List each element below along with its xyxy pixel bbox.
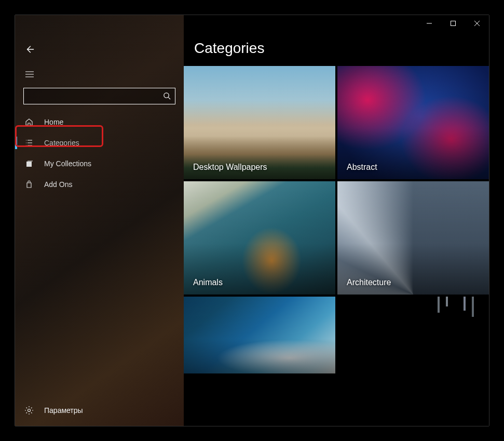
category-tile-abstract[interactable]: Abstract <box>337 66 489 179</box>
close-icon <box>474 21 480 26</box>
category-tile-5[interactable] <box>184 297 335 373</box>
maximize-button[interactable] <box>441 15 465 32</box>
sidebar-top <box>15 15 184 112</box>
category-tile-architecture[interactable]: Architecture <box>337 181 489 295</box>
category-tile-desktop-wallpapers[interactable]: Desktop Wallpapers <box>184 66 335 179</box>
category-grid: Desktop Wallpapers Abstract Animals Arch… <box>184 66 489 373</box>
page-title: Categories <box>194 40 489 57</box>
svg-point-7 <box>164 93 169 98</box>
svg-point-17 <box>28 409 31 412</box>
tile-label: Animals <box>193 278 223 287</box>
app-window: Home Categories My Collections Add Ons <box>15 15 489 426</box>
sidebar-item-label: Home <box>44 118 63 126</box>
svg-rect-16 <box>28 161 33 162</box>
search-icon <box>163 92 171 100</box>
minimize-icon <box>427 21 432 26</box>
sidebar-nav: Home Categories My Collections Add Ons <box>15 112 184 195</box>
settings-label: Параметры <box>44 406 83 415</box>
hamburger-button[interactable] <box>17 64 42 85</box>
bag-icon <box>24 180 34 189</box>
search-container <box>23 88 175 104</box>
sidebar-item-categories[interactable]: Categories <box>15 132 184 153</box>
category-tile-6[interactable] <box>337 297 489 373</box>
main-content: Categories Desktop Wallpapers Abstract A… <box>184 15 489 426</box>
back-button[interactable] <box>17 37 42 62</box>
arrow-left-icon <box>25 45 34 54</box>
svg-rect-1 <box>451 21 456 26</box>
list-icon <box>24 139 34 147</box>
sidebar-item-label: Add Ons <box>44 180 72 189</box>
sidebar-item-label: Categories <box>44 139 79 147</box>
settings-button[interactable]: Параметры <box>15 400 184 421</box>
sidebar-item-addons[interactable]: Add Ons <box>15 174 184 195</box>
category-tile-animals[interactable]: Animals <box>184 181 335 295</box>
maximize-icon <box>451 21 456 26</box>
gear-icon <box>24 406 34 415</box>
close-button[interactable] <box>465 15 489 32</box>
tile-label: Desktop Wallpapers <box>193 163 267 172</box>
sidebar-item-collections[interactable]: My Collections <box>15 153 184 174</box>
sidebar-item-home[interactable]: Home <box>15 112 184 132</box>
tile-label: Architecture <box>347 278 391 287</box>
search-input[interactable] <box>23 88 175 104</box>
home-icon <box>24 118 34 126</box>
collections-icon <box>24 159 34 168</box>
svg-rect-15 <box>26 162 32 167</box>
hamburger-icon <box>25 71 34 77</box>
sidebar-item-label: My Collections <box>44 159 91 168</box>
svg-line-8 <box>168 97 170 99</box>
sidebar: Home Categories My Collections Add Ons <box>15 15 184 426</box>
minimize-button[interactable] <box>417 15 441 32</box>
sidebar-footer: Параметры <box>15 400 184 426</box>
window-controls <box>417 15 489 32</box>
tile-label: Abstract <box>347 163 377 172</box>
